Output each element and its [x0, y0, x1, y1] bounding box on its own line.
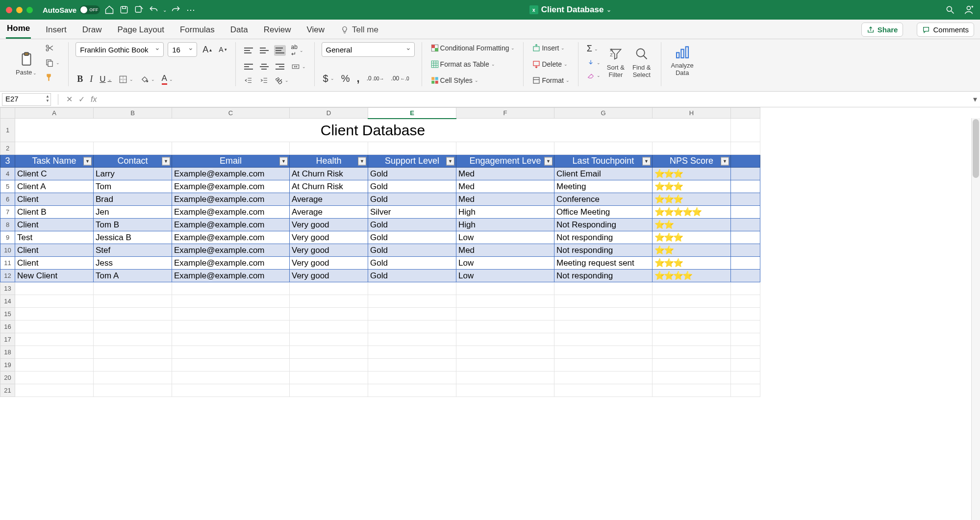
row-header-8[interactable]: 8 [0, 219, 15, 231]
filter-button[interactable]: ▼ [83, 157, 92, 165]
cell-C21[interactable] [172, 384, 290, 397]
row-header-12[interactable]: 12 [0, 270, 15, 282]
sort-filter-button[interactable]: AZ Sort & Filter [604, 44, 628, 79]
share-button[interactable]: Share [861, 23, 904, 37]
cell-D7[interactable]: Average [290, 206, 368, 219]
row-header-3[interactable]: 3 [0, 155, 15, 168]
tab-review[interactable]: Review [263, 21, 292, 39]
cell-F5[interactable]: Med [456, 180, 554, 193]
cell-A4[interactable]: Client C [15, 168, 94, 180]
cell-A17[interactable] [15, 333, 94, 346]
filter-button[interactable]: ▼ [544, 157, 553, 165]
align-middle-button[interactable] [258, 45, 270, 56]
cell-E10[interactable]: Gold [368, 244, 456, 257]
cell-D6[interactable]: Average [290, 193, 368, 206]
decrease-font-button[interactable]: A▾ [217, 44, 228, 55]
col-header-F[interactable]: F [456, 108, 554, 119]
row-header-17[interactable]: 17 [0, 333, 15, 346]
namebox-up[interactable]: ▲ [46, 94, 50, 99]
cell-B4[interactable]: Larry [94, 168, 172, 180]
align-left-button[interactable] [243, 61, 254, 72]
cell-D16[interactable] [290, 321, 368, 333]
cell-F16[interactable] [456, 321, 554, 333]
cell-B19[interactable] [94, 359, 172, 371]
cell-H11[interactable]: ⭐⭐⭐ [653, 257, 731, 270]
cell-styles-button[interactable]: Cell Styles⌄ [429, 74, 517, 86]
cell-E19[interactable] [368, 359, 456, 371]
accept-formula-icon[interactable]: ✓ [78, 95, 85, 104]
cell-D13[interactable] [290, 282, 368, 295]
search-icon[interactable] [945, 4, 955, 15]
undo-icon[interactable] [148, 4, 159, 15]
percent-button[interactable]: % [340, 72, 352, 86]
cell-C4[interactable]: Example@example.com [172, 168, 290, 180]
row-header-11[interactable]: 11 [0, 257, 15, 270]
cell[interactable] [653, 142, 731, 155]
select-all-corner[interactable] [0, 108, 15, 119]
col-header-A[interactable]: A [15, 108, 94, 119]
tell-me[interactable]: Tell me [339, 21, 379, 39]
cut-button[interactable] [44, 42, 61, 54]
cell-C17[interactable] [172, 333, 290, 346]
more-icon[interactable]: ⋯ [185, 4, 196, 15]
cell[interactable] [368, 142, 456, 155]
cell[interactable] [94, 142, 172, 155]
row-header-5[interactable]: 5 [0, 180, 15, 193]
cell-A7[interactable]: Client B [15, 206, 94, 219]
table-header-6[interactable]: Last Touchpoint▼ [554, 155, 653, 168]
cell-E5[interactable]: Gold [368, 180, 456, 193]
col-header-H[interactable]: H [653, 108, 731, 119]
cell-E18[interactable] [368, 346, 456, 359]
cell-C7[interactable]: Example@example.com [172, 206, 290, 219]
cell-F9[interactable]: Low [456, 231, 554, 244]
table-header-0[interactable]: Task Name▼ [15, 155, 94, 168]
table-header-7[interactable]: NPS Score▼ [653, 155, 731, 168]
cell-C6[interactable]: Example@example.com [172, 193, 290, 206]
cell-F4[interactable]: Med [456, 168, 554, 180]
cell-D19[interactable] [290, 359, 368, 371]
tab-formulas[interactable]: Formulas [179, 21, 216, 39]
cell-F10[interactable]: Med [456, 244, 554, 257]
cell-H19[interactable] [653, 359, 731, 371]
filter-button[interactable]: ▼ [642, 157, 651, 165]
minimize-window-button[interactable] [16, 7, 23, 13]
row-header-14[interactable]: 14 [0, 295, 15, 308]
row-header-4[interactable]: 4 [0, 168, 15, 180]
cell-B15[interactable] [94, 308, 172, 321]
cell-G17[interactable] [554, 333, 653, 346]
comma-button[interactable]: , [355, 71, 361, 86]
cell-B8[interactable]: Tom B [94, 219, 172, 231]
col-header-D[interactable]: D [290, 108, 368, 119]
cell-H14[interactable] [653, 295, 731, 308]
cell-G15[interactable] [554, 308, 653, 321]
autosave-switch[interactable]: OFF [79, 5, 100, 14]
worksheet-grid[interactable]: ABCDEFGH1Client Database23Task Name▼Cont… [0, 107, 980, 520]
cell-A10[interactable]: Client [15, 244, 94, 257]
cell-B20[interactable] [94, 371, 172, 384]
save-icon[interactable] [119, 4, 129, 15]
increase-decimal-button[interactable]: .0.00→ [365, 74, 386, 83]
row-header-2[interactable]: 2 [0, 142, 15, 155]
cell-A20[interactable] [15, 371, 94, 384]
table-header-2[interactable]: Email▼ [172, 155, 290, 168]
cell-H12[interactable]: ⭐⭐⭐⭐ [653, 270, 731, 282]
cell-B6[interactable]: Brad [94, 193, 172, 206]
font-size-select[interactable]: 16 [168, 42, 197, 57]
cell[interactable] [554, 142, 653, 155]
cell-C19[interactable] [172, 359, 290, 371]
cell-A13[interactable] [15, 282, 94, 295]
cell-A8[interactable]: Client [15, 219, 94, 231]
cell-C5[interactable]: Example@example.com [172, 180, 290, 193]
cell-C8[interactable]: Example@example.com [172, 219, 290, 231]
fx-icon[interactable]: fx [91, 95, 97, 104]
tab-data[interactable]: Data [229, 21, 249, 39]
cell-G4[interactable]: Client Email [554, 168, 653, 180]
cell-D21[interactable] [290, 384, 368, 397]
cell-E6[interactable]: Gold [368, 193, 456, 206]
cell[interactable] [456, 142, 554, 155]
cell-E4[interactable]: Gold [368, 168, 456, 180]
cell-G14[interactable] [554, 295, 653, 308]
row-header-13[interactable]: 13 [0, 282, 15, 295]
align-center-button[interactable] [258, 61, 270, 72]
table-header-5[interactable]: Engagement Leve▼ [456, 155, 554, 168]
